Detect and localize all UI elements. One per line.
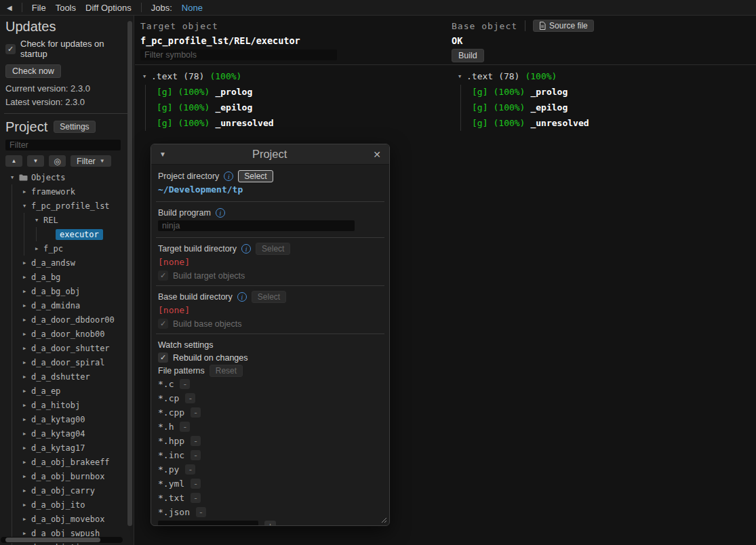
base-symbol-row[interactable]: [g](100%)_prolog — [456, 84, 589, 100]
scrollbar-thumb[interactable] — [5, 538, 100, 542]
project-filter-input[interactable] — [5, 140, 121, 150]
file-patterns-reset-button[interactable]: Reset — [210, 365, 243, 377]
remove-pattern-button[interactable]: - — [191, 479, 201, 489]
remove-pattern-button[interactable]: - — [196, 507, 206, 517]
chevron-right-icon: ▶ — [20, 403, 28, 408]
collapse-icon[interactable]: ▼ — [159, 150, 166, 158]
symbol-flag: [g] — [157, 102, 172, 113]
back-icon[interactable]: ◀ — [7, 4, 12, 12]
remove-pattern-button[interactable]: - — [180, 379, 190, 389]
chevron-down-icon: ▼ — [100, 158, 105, 164]
checkbox-checked-icon[interactable]: ✓ — [158, 319, 168, 329]
chevron-right-icon: ▶ — [20, 388, 28, 394]
sidebar-horizontal-scrollbar[interactable] — [1, 537, 123, 543]
target-symbol-row[interactable]: [g](100%)_epilog — [140, 100, 274, 115]
chevron-right-icon: ▶ — [20, 275, 28, 280]
remove-pattern-button[interactable]: - — [185, 464, 195, 475]
symbol-flag: [g] — [157, 87, 172, 97]
remove-pattern-button[interactable]: - — [191, 450, 201, 460]
tree-item-d_a_hitobj[interactable]: ▶d_a_hitobj — [5, 398, 128, 412]
pattern-row: *.txt- — [158, 491, 382, 505]
target-symbol-row[interactable]: [g](100%)_prolog — [140, 84, 274, 100]
tree-item-d_a_ep[interactable]: ▶d_a_ep — [5, 384, 128, 398]
menu-divider — [22, 3, 22, 12]
pattern-row: *.cpp- — [158, 405, 382, 420]
tree-item-label: d_a_kytag17 — [31, 443, 85, 453]
checkbox-checked-icon[interactable]: ✓ — [5, 44, 16, 54]
tree-item-f_pc_profile_lst[interactable]: ▼f_pc_profile_lst — [5, 199, 128, 213]
build-target-objects-checkbox[interactable]: ✓ Build target objects — [158, 270, 382, 281]
menu-file[interactable]: File — [32, 3, 46, 13]
tree-item-d_a_kytag17[interactable]: ▶d_a_kytag17 — [5, 441, 128, 455]
pattern-row: *.json- — [158, 505, 382, 519]
rebuild-on-changes-checkbox[interactable]: ✓ Rebuild on changes — [158, 352, 382, 363]
tree-item-d_a_door_knob00[interactable]: ▶d_a_door_knob00 — [5, 327, 128, 341]
symbol-filter-input[interactable] — [140, 49, 337, 60]
updates-startup-checkbox[interactable]: ✓ Check for updates on startup — [5, 39, 128, 59]
tree-item-d_a_obj_burnbox[interactable]: ▶d_a_obj_burnbox — [5, 469, 128, 483]
tree-item-label: REL — [43, 216, 58, 225]
remove-pattern-button[interactable]: - — [191, 436, 201, 446]
project-dialog-titlebar[interactable]: ▼ Project ✕ — [151, 144, 389, 165]
target-symbol-row[interactable]: [g](100%)_unresolved — [140, 115, 274, 131]
info-icon[interactable]: i — [224, 171, 233, 181]
checkbox-checked-icon[interactable]: ✓ — [158, 352, 168, 363]
close-icon[interactable]: ✕ — [373, 149, 381, 160]
source-file-button[interactable]: Source file — [533, 20, 594, 32]
pattern-text: *.cp — [158, 393, 179, 403]
build-base-objects-checkbox[interactable]: ✓ Build base objects — [158, 319, 382, 329]
tree-item-d_a_bg[interactable]: ▶d_a_bg — [5, 270, 128, 284]
info-icon[interactable]: i — [241, 244, 251, 254]
expand-all-icon[interactable]: ▼ — [27, 155, 44, 167]
sidebar-vertical-scrollbar[interactable] — [127, 21, 132, 526]
tree-item-d_a_obj_brakeeff[interactable]: ▶d_a_obj_brakeeff — [5, 455, 128, 469]
checkbox-unchecked-icon[interactable]: ✓ — [158, 270, 168, 281]
tree-item-d_a_obj_carry[interactable]: ▶d_a_obj_carry — [5, 483, 128, 498]
target-build-select-button[interactable]: Select — [256, 243, 290, 255]
section-symbol-count: (78) — [498, 71, 519, 81]
build-program-input[interactable] — [158, 220, 355, 231]
locate-object-icon[interactable]: ◎ — [49, 155, 66, 167]
tree-item-d_a_bg_obj[interactable]: ▶d_a_bg_obj — [5, 284, 128, 298]
target-section-row[interactable]: ▼.text(78)(100%) — [140, 68, 274, 84]
remove-pattern-button[interactable]: - — [180, 422, 190, 432]
tree-item-d_a_door_dbdoor00[interactable]: ▶d_a_door_dbdoor00 — [5, 312, 128, 327]
menu-tools[interactable]: Tools — [56, 3, 76, 13]
base-symbol-row[interactable]: [g](100%)_epilog — [456, 100, 589, 115]
tree-item-label: d_a_ep — [31, 386, 60, 396]
collapse-all-icon[interactable]: ▲ — [5, 155, 22, 167]
info-icon[interactable]: i — [216, 208, 225, 218]
project-directory-select-button[interactable]: Select — [238, 170, 273, 182]
info-icon[interactable]: i — [237, 292, 247, 302]
check-now-button[interactable]: Check now — [5, 64, 61, 78]
target-symbols-list: ▼.text(78)(100%)[g](100%)_prolog[g](100%… — [140, 68, 274, 131]
tree-item-d_a_dshutter[interactable]: ▶d_a_dshutter — [5, 369, 128, 384]
jobs-link[interactable]: None — [182, 3, 203, 13]
resize-handle-icon[interactable] — [380, 516, 387, 523]
remove-pattern-button[interactable]: - — [191, 407, 201, 418]
base-symbol-row[interactable]: [g](100%)_unresolved — [456, 115, 589, 131]
menu-diff-options[interactable]: Diff Options — [85, 3, 132, 13]
remove-pattern-button[interactable]: - — [185, 393, 195, 403]
base-section-row[interactable]: ▼.text(78)(100%) — [456, 68, 589, 84]
tree-item-Objects[interactable]: ▼Objects — [5, 170, 128, 184]
base-build-select-button[interactable]: Select — [252, 291, 286, 303]
build-button[interactable]: Build — [452, 49, 484, 62]
tree-item-d_a_obj_movebox[interactable]: ▶d_a_obj_movebox — [5, 512, 128, 526]
project-settings-button[interactable]: Settings — [54, 121, 95, 133]
tree-item-label: Objects — [31, 173, 66, 182]
new-pattern-input[interactable] — [158, 521, 258, 526]
tree-item-framework[interactable]: ▶framework — [5, 184, 128, 199]
tree-item-d_a_andsw[interactable]: ▶d_a_andsw — [5, 256, 128, 270]
tree-item-d_a_door_shutter[interactable]: ▶d_a_door_shutter — [5, 341, 128, 355]
tree-item-d_a_kytag04[interactable]: ▶d_a_kytag04 — [5, 426, 128, 441]
tree-item-d_a_obj_ito[interactable]: ▶d_a_obj_ito — [5, 498, 128, 512]
tree-item-d_a_door_spiral[interactable]: ▶d_a_door_spiral — [5, 355, 128, 369]
tree-filter-dropdown[interactable]: Filter ▼ — [71, 155, 111, 167]
add-pattern-button[interactable]: + — [264, 521, 276, 527]
symbol-flag: [g] — [472, 118, 488, 128]
remove-pattern-button[interactable]: - — [191, 493, 201, 503]
tree-item-d_a_kytag00[interactable]: ▶d_a_kytag00 — [5, 412, 128, 426]
chevron-right-icon: ▶ — [20, 289, 28, 294]
tree-item-d_a_dmidna[interactable]: ▶d_a_dmidna — [5, 298, 128, 312]
